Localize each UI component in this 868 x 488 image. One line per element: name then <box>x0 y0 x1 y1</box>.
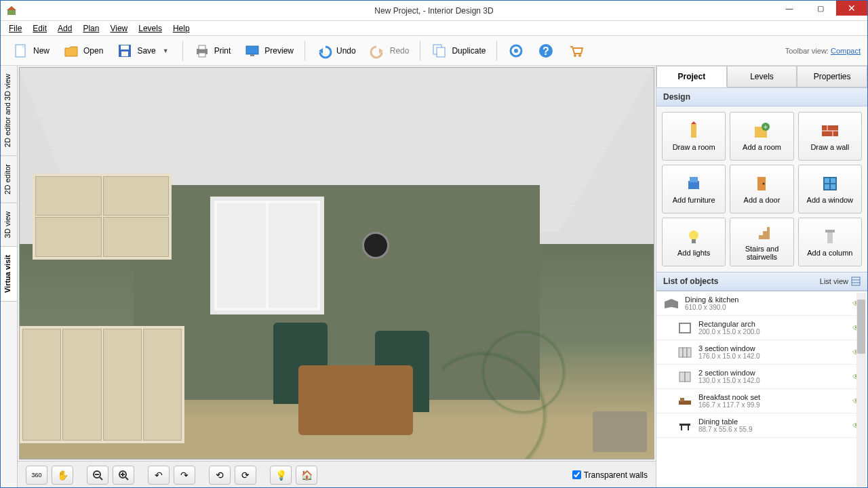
svg-text:+: + <box>764 123 768 131</box>
table-icon <box>677 420 693 432</box>
column-icon <box>821 227 840 246</box>
door-icon <box>752 174 771 193</box>
vtab-3d[interactable]: 3D view <box>1 203 17 247</box>
list-view-link[interactable]: List view <box>820 277 848 285</box>
print-button[interactable]: Print <box>187 40 238 62</box>
object-list: Dining & kitchen610.0 x 390.0 👁 Rectangu… <box>656 291 867 488</box>
svg-point-17 <box>514 49 518 53</box>
vtab-2d[interactable]: 2D editor <box>1 156 17 203</box>
window-title: New Project, - Interior Design 3D <box>374 6 493 16</box>
view-tabs: 2D editor and 3D view 2D editor 3D view … <box>1 66 18 488</box>
add-lights-button[interactable]: Add lights <box>662 218 726 266</box>
toolbar: New Open Save▼ Print Preview Undo Redo D… <box>1 36 867 66</box>
light-icon <box>684 227 703 246</box>
save-dropdown[interactable]: ▼ <box>160 47 172 54</box>
menu-help[interactable]: Help <box>167 22 195 35</box>
stairs-button[interactable]: Stairs and stairwells <box>730 218 793 266</box>
menu-levels[interactable]: Levels <box>133 22 167 35</box>
room-3d-icon <box>663 298 679 310</box>
svg-point-45 <box>689 230 698 240</box>
rotate-360-button[interactable]: 360 <box>26 466 47 485</box>
svg-rect-15 <box>437 47 445 57</box>
list-view-icon[interactable] <box>851 277 861 286</box>
rotate-right-button[interactable]: ↷ <box>174 466 195 485</box>
rotate-left-button[interactable]: ↶ <box>148 466 170 485</box>
toolbar-view-label: Toolbar view: Compact <box>785 47 861 55</box>
svg-line-26 <box>125 477 128 480</box>
menu-plan[interactable]: Plan <box>77 22 104 35</box>
undo-button[interactable]: Undo <box>309 40 363 62</box>
toolbar-view-link[interactable]: Compact <box>831 47 861 55</box>
viewport: 360 ✋ ↶ ↷ ⟲ ⟳ 💡 🏠 Transparent walls <box>18 66 656 488</box>
cart-button[interactable] <box>561 40 591 62</box>
arch-icon <box>677 322 693 334</box>
svg-rect-6 <box>121 52 128 56</box>
vtab-2d-3d[interactable]: 2D editor and 3D view <box>1 66 17 156</box>
transparent-walls-checkbox[interactable]: Transparent walls <box>572 470 648 480</box>
settings-button[interactable] <box>501 40 531 62</box>
svg-rect-8 <box>199 45 205 49</box>
list-item[interactable]: Rectangular arch200.0 x 15.0 x 200.0 👁 <box>656 316 867 340</box>
svg-rect-58 <box>685 372 690 382</box>
menu-edit[interactable]: Edit <box>27 22 52 35</box>
draw-wall-button[interactable]: Draw a wall <box>798 112 862 161</box>
svg-point-21 <box>578 54 581 57</box>
lighting-button[interactable]: 💡 <box>270 466 292 485</box>
save-button[interactable]: Save▼ <box>110 40 178 62</box>
list-item[interactable]: 3 section window176.0 x 15.0 x 142.0 👁 <box>656 340 867 365</box>
tab-levels[interactable]: Levels <box>727 66 797 87</box>
maximize-button[interactable]: ▢ <box>805 1 836 16</box>
view-toolbar: 360 ✋ ↶ ↷ ⟲ ⟳ 💡 🏠 Transparent walls <box>18 461 656 488</box>
help-icon: ? <box>538 43 554 59</box>
window-icon <box>677 346 693 359</box>
menu-file[interactable]: File <box>3 22 27 35</box>
3d-render[interactable] <box>19 67 654 460</box>
tab-project[interactable]: Project <box>656 66 727 87</box>
add-window-button[interactable]: Add a window <box>798 165 862 214</box>
add-column-button[interactable]: Add a column <box>798 218 862 266</box>
list-item[interactable]: Dining & kitchen610.0 x 390.0 👁 <box>656 291 867 316</box>
list-item[interactable]: 2 section window130.0 x 15.0 x 142.0 👁 <box>656 365 867 389</box>
nav-cube[interactable] <box>593 411 647 452</box>
svg-rect-54 <box>679 348 683 357</box>
close-button[interactable]: ✕ <box>836 1 867 16</box>
tab-properties[interactable]: Properties <box>797 66 867 87</box>
vtab-virtual-visit[interactable]: Virtua visit <box>1 247 17 302</box>
draw-room-icon <box>684 121 703 140</box>
preview-button[interactable]: Preview <box>237 40 300 62</box>
list-item[interactable]: Dining table88.7 x 55.6 x 55.9 👁 <box>656 413 867 438</box>
pan-button[interactable]: ✋ <box>52 466 73 485</box>
redo-button[interactable]: Redo <box>363 40 416 62</box>
svg-rect-53 <box>679 323 690 333</box>
sidebar: Project Levels Properties Design Draw a … <box>656 66 867 488</box>
svg-text:?: ? <box>543 45 550 57</box>
new-button[interactable]: New <box>6 40 56 62</box>
svg-marker-52 <box>665 299 678 308</box>
zoom-out-button[interactable] <box>87 466 108 485</box>
titlebar: New Project, - Interior Design 3D — ▢ ✕ <box>1 1 867 21</box>
draw-room-button[interactable]: Draw a room <box>662 112 726 161</box>
svg-rect-10 <box>246 46 258 54</box>
svg-rect-0 <box>7 9 16 15</box>
open-button[interactable]: Open <box>56 40 110 62</box>
svg-rect-62 <box>681 426 682 430</box>
menu-view[interactable]: View <box>104 22 133 35</box>
menu-add[interactable]: Add <box>52 22 77 35</box>
duplicate-button[interactable]: Duplicate <box>425 40 492 62</box>
orbit-right-button[interactable]: ⟳ <box>235 466 256 485</box>
minimize-button[interactable]: — <box>774 1 805 16</box>
svg-line-23 <box>100 477 102 480</box>
add-furniture-button[interactable]: Add furniture <box>662 165 726 214</box>
zoom-in-button[interactable] <box>113 466 134 485</box>
add-room-button[interactable]: +Add a room <box>730 112 793 161</box>
add-door-button[interactable]: Add a door <box>730 165 793 214</box>
open-icon <box>63 43 79 59</box>
svg-rect-55 <box>683 348 687 357</box>
scrollbar[interactable] <box>856 293 866 487</box>
list-item[interactable]: Breakfast nook set166.7 x 117.7 x 99.9 👁 <box>656 389 867 413</box>
home-button[interactable]: 🏠 <box>296 466 317 485</box>
orbit-left-button[interactable]: ⟲ <box>209 466 231 485</box>
help-button[interactable]: ? <box>531 40 561 62</box>
window-icon <box>821 174 840 193</box>
svg-point-20 <box>574 54 576 57</box>
